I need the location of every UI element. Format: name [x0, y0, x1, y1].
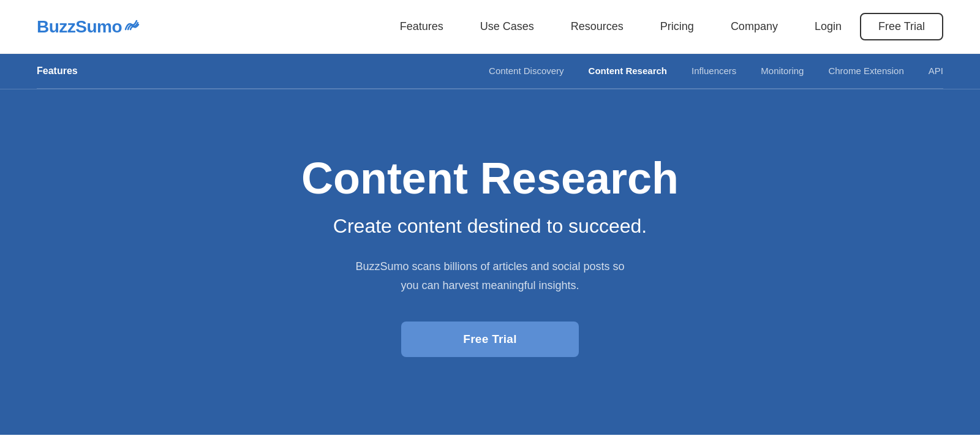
subnav-link-monitoring[interactable]: Monitoring	[761, 66, 804, 76]
nav-item-pricing[interactable]: Pricing	[660, 20, 694, 33]
hero-title: Content Research	[301, 154, 679, 203]
hero-desc-line2: you can harvest meaningful insights.	[401, 279, 579, 292]
bottom-area	[0, 435, 980, 444]
hero-description: BuzzSumo scans billions of articles and …	[355, 257, 624, 295]
subnav-content-research[interactable]: Content Research	[589, 66, 667, 77]
login-link[interactable]: Login	[815, 20, 842, 33]
hero-section: Content Research Create content destined…	[0, 89, 980, 435]
nav-link-resources[interactable]: Resources	[571, 20, 624, 32]
subnav-link-api[interactable]: API	[929, 66, 943, 76]
hero-subtitle: Create content destined to succeed.	[333, 215, 647, 238]
logo[interactable]: BuzzSumo	[37, 17, 140, 37]
features-bar: Features Content Discovery Content Resea…	[0, 54, 980, 88]
subnav-api[interactable]: API	[929, 66, 943, 77]
main-nav: Features Use Cases Resources Pricing Com…	[400, 20, 778, 33]
navbar-actions: Login Free Trial	[815, 13, 943, 40]
free-trial-button-nav[interactable]: Free Trial	[860, 13, 943, 40]
nav-link-features[interactable]: Features	[400, 20, 443, 32]
hero-free-trial-button[interactable]: Free Trial	[401, 322, 579, 357]
subnav-link-chrome-extension[interactable]: Chrome Extension	[828, 66, 903, 76]
subnav-chrome-extension[interactable]: Chrome Extension	[828, 66, 903, 77]
nav-item-company[interactable]: Company	[731, 20, 778, 33]
nav-item-use-cases[interactable]: Use Cases	[480, 20, 534, 33]
subnav-monitoring[interactable]: Monitoring	[761, 66, 804, 77]
navbar: BuzzSumo Features Use Cases Resources Pr…	[0, 0, 980, 54]
nav-item-features[interactable]: Features	[400, 20, 443, 33]
hero-desc-line1: BuzzSumo scans billions of articles and …	[355, 260, 624, 273]
subnav-link-content-discovery[interactable]: Content Discovery	[489, 66, 564, 76]
subnav-influencers[interactable]: Influencers	[692, 66, 736, 77]
features-bar-label: Features	[37, 66, 78, 77]
nav-item-resources[interactable]: Resources	[571, 20, 624, 33]
logo-text: BuzzSumo	[37, 17, 122, 37]
logo-icon	[123, 18, 140, 36]
subnav-content-discovery[interactable]: Content Discovery	[489, 66, 564, 77]
subnav-link-content-research[interactable]: Content Research	[589, 66, 667, 76]
nav-link-use-cases[interactable]: Use Cases	[480, 20, 534, 32]
nav-link-pricing[interactable]: Pricing	[660, 20, 694, 32]
nav-link-company[interactable]: Company	[731, 20, 778, 32]
subnav-link-influencers[interactable]: Influencers	[692, 66, 736, 76]
features-sub-nav: Content Discovery Content Research Influ…	[489, 66, 943, 77]
